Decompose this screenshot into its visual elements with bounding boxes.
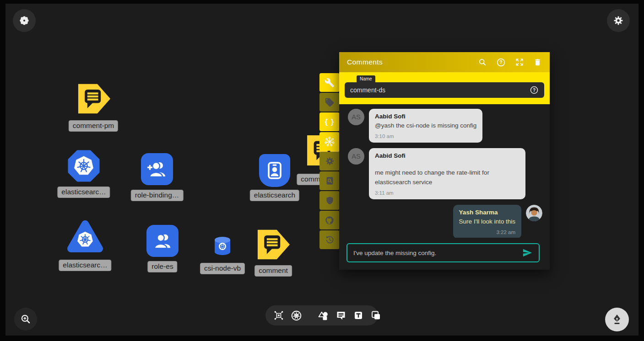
zoom-in-icon [20, 313, 32, 325]
comment-author: Yash Sharma [459, 209, 515, 216]
image-tool-button[interactable] [370, 310, 381, 321]
help-icon[interactable]: ? [496, 58, 506, 67]
node-comment[interactable] [257, 229, 290, 262]
gear-button[interactable] [319, 152, 340, 170]
pen-tool-button[interactable] [605, 308, 629, 331]
comment-tool-icon [336, 310, 346, 321]
app-logo-button[interactable] [13, 9, 36, 32]
comment-shape-icon [78, 83, 111, 114]
tag-button[interactable] [319, 93, 340, 112]
node-label[interactable]: role-binding… [131, 190, 184, 201]
comments-panel-header[interactable]: Comments ? [339, 52, 550, 72]
text-tool-button[interactable] [353, 310, 364, 321]
gear-icon [613, 15, 624, 26]
node-csi-node-vb[interactable] [211, 236, 233, 257]
svg-text:?: ? [533, 88, 536, 93]
comment-shape-icon [257, 229, 290, 260]
comment-time: 3:22 am [459, 229, 515, 235]
hub-icon [324, 136, 335, 147]
node-action-toolbar: { } [319, 73, 340, 250]
node-label[interactable]: comment-pm [69, 120, 118, 132]
github-icon [325, 215, 335, 225]
user-photo-icon [526, 205, 542, 221]
kubernetes-icon [291, 310, 302, 321]
inspect-button[interactable] [319, 171, 340, 190]
expand-icon[interactable] [515, 58, 524, 67]
comment-message: Yash Sharma Sure I'll look into this 3:2… [348, 205, 542, 238]
name-input-value: comment-ds [350, 86, 385, 94]
avatar: AS [348, 148, 364, 165]
image-tool-icon [370, 310, 381, 321]
comment-text: Sure I'll look into this [459, 217, 515, 226]
kubernetes-triangle-icon [66, 219, 104, 254]
node-elasticsearch-octagon[interactable] [68, 150, 100, 184]
send-button[interactable] [522, 248, 533, 258]
zoom-in-button[interactable] [14, 308, 37, 330]
structure-icon [273, 310, 284, 321]
role-icon [152, 231, 173, 251]
svg-text:?: ? [499, 59, 502, 65]
node-elasticsearch[interactable] [259, 154, 290, 187]
history-icon [325, 235, 335, 245]
comments-thread: AS Aabid Sofi @yash the csi-node is miss… [339, 104, 550, 238]
node-elasticsearch-triangle[interactable] [66, 219, 104, 256]
comment-message: AS Aabid Sofi me might need to change th… [348, 148, 542, 199]
node-label[interactable]: csi-node-vb [200, 263, 245, 274]
node-role-es[interactable] [146, 225, 179, 257]
reply-input[interactable]: I've update the missing config. [346, 243, 540, 262]
name-section: Name comment-ds ? [339, 72, 550, 104]
structure-tool-button[interactable] [273, 310, 284, 321]
github-button[interactable] [319, 211, 340, 229]
name-input[interactable]: Name comment-ds ? [345, 82, 544, 98]
help-icon[interactable]: ? [530, 85, 539, 95]
comment-text: me might need to change the rate-limit f… [375, 168, 520, 187]
send-icon [522, 248, 533, 258]
shapes-icon [318, 310, 329, 321]
security-button[interactable] [319, 191, 340, 210]
comment-tool-button[interactable] [336, 310, 346, 321]
service-account-badge-icon [265, 161, 284, 180]
comment-text: @yash the csi-node is missing config [375, 121, 476, 130]
settings-button[interactable] [607, 9, 630, 32]
doc-search-icon [325, 176, 335, 186]
kanvas-flower-icon [18, 14, 31, 27]
json-config-button[interactable]: { } [319, 112, 340, 131]
comment-message: AS Aabid Sofi @yash the csi-node is miss… [348, 109, 542, 143]
kubernetes-tool-button[interactable] [291, 310, 302, 321]
canvas-toolbar [265, 305, 378, 325]
comment-bubble: Aabid Sofi me might need to change the r… [369, 148, 525, 199]
comments-panel: Comments ? Name [339, 52, 550, 270]
node-label[interactable]: elasticsearc… [59, 260, 111, 271]
wrench-icon [325, 78, 335, 88]
search-icon[interactable] [478, 58, 487, 67]
comment-bubble: Yash Sharma Sure I'll look into this 3:2… [453, 205, 521, 238]
panel-title: Comments [347, 58, 383, 66]
node-comment-pm[interactable] [78, 83, 111, 116]
comment-author: Aabid Sofi [375, 113, 476, 120]
node-label[interactable]: role-es [147, 261, 177, 272]
node-label[interactable]: elasticsearc… [57, 186, 110, 198]
text-tool-icon [353, 310, 364, 321]
comment-time: 3:10 am [375, 133, 476, 139]
kubernetes-octagon-icon [68, 150, 100, 182]
history-button[interactable] [319, 230, 340, 249]
storage-cylinder-icon [211, 236, 233, 256]
pen-nib-icon [611, 313, 623, 326]
hub-button[interactable] [319, 132, 340, 151]
shapes-tool-button[interactable] [318, 310, 329, 321]
configure-button[interactable] [319, 73, 340, 92]
trash-icon[interactable] [533, 58, 542, 67]
node-role-binding[interactable] [141, 153, 173, 185]
reply-input-value: I've update the missing config. [353, 250, 436, 256]
tag-icon [325, 97, 335, 107]
node-label[interactable]: comment [254, 265, 292, 277]
node-label[interactable]: elasticsearch [250, 190, 299, 201]
role-binding-icon [146, 159, 168, 179]
braces-icon: { } [325, 117, 335, 127]
avatar [526, 205, 542, 221]
comment-author: Aabid Sofi [375, 152, 520, 159]
comment-time: 3:11 am [375, 190, 520, 196]
comment-bubble: Aabid Sofi @yash the csi-node is missing… [369, 109, 482, 143]
avatar: AS [348, 109, 364, 125]
shield-icon [325, 196, 335, 205]
